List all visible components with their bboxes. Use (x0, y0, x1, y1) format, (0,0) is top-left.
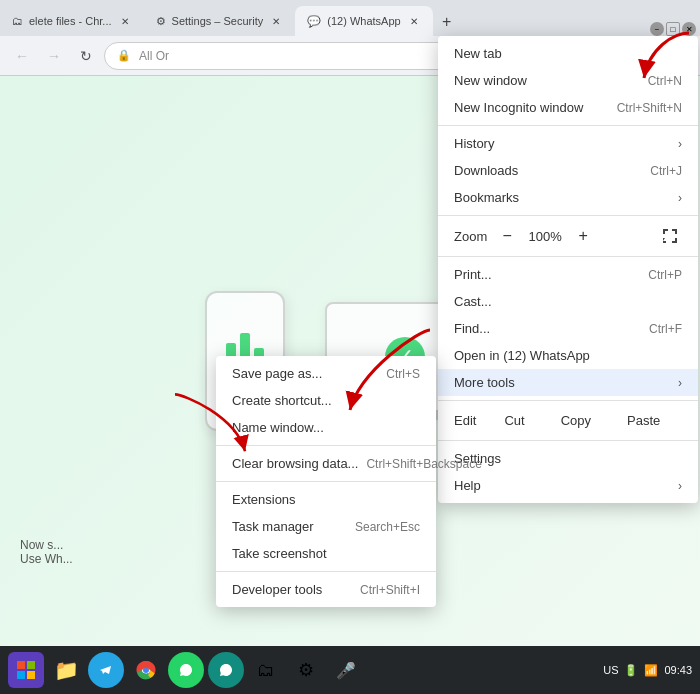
edit-row: Edit Cut Copy Paste (438, 405, 698, 436)
tab-3-favicon: 💬 (307, 15, 321, 28)
print-item[interactable]: Print... Ctrl+P (438, 261, 698, 288)
create-shortcut-item[interactable]: Create shortcut... (216, 387, 436, 414)
page-text-line1: Now s... (20, 538, 73, 552)
task-manager-label: Task manager (232, 519, 314, 534)
tab-1-close[interactable]: ✕ (118, 14, 132, 28)
developer-tools-item[interactable]: Developer tools Ctrl+Shift+I (216, 576, 436, 603)
find-shortcut: Ctrl+F (649, 322, 682, 336)
find-item[interactable]: Find... Ctrl+F (438, 315, 698, 342)
tab-3-label: (12) WhatsApp (327, 15, 400, 27)
main-divider-2 (438, 215, 698, 216)
taskbar-mic[interactable]: 🎤 (328, 652, 364, 688)
tab-3-close[interactable]: ✕ (407, 14, 421, 28)
window-close[interactable]: ✕ (682, 22, 696, 36)
new-window-label: New window (454, 73, 527, 88)
zoom-plus[interactable]: + (571, 224, 595, 248)
window-minimize[interactable]: − (650, 22, 664, 36)
taskbar-telegram[interactable] (88, 652, 124, 688)
taskbar-files[interactable]: 🗂 (248, 652, 284, 688)
help-arrow: › (678, 479, 682, 493)
taskbar-locale: US (603, 664, 618, 676)
find-label: Find... (454, 321, 490, 336)
main-divider-1 (438, 125, 698, 126)
tab-2-label: Settings – Security (172, 15, 264, 27)
clear-browsing-label: Clear browsing data... (232, 456, 358, 471)
taskbar-battery: 🔋 (624, 664, 638, 677)
main-divider-3 (438, 256, 698, 257)
svg-rect-12 (17, 671, 25, 679)
window-maximize[interactable]: □ (666, 22, 680, 36)
task-manager-shortcut: Search+Esc (355, 520, 420, 534)
taskbar-right: US 🔋 📶 09:43 (603, 664, 692, 677)
main-menu: New tab New window Ctrl+N New Incognito … (438, 36, 698, 503)
new-window-item[interactable]: New window Ctrl+N (438, 67, 698, 94)
open-whatsapp-label: Open in (12) WhatsApp (454, 348, 590, 363)
taskbar-microsoft[interactable] (8, 652, 44, 688)
downloads-label: Downloads (454, 163, 518, 178)
zoom-minus[interactable]: − (495, 224, 519, 248)
tab-2-favicon: ⚙ (156, 15, 166, 28)
zoom-label: Zoom (454, 229, 487, 244)
history-arrow: › (678, 137, 682, 151)
open-whatsapp-item[interactable]: Open in (12) WhatsApp (438, 342, 698, 369)
save-page-item[interactable]: Save page as... Ctrl+S (216, 360, 436, 387)
take-screenshot-item[interactable]: Take screenshot (216, 540, 436, 567)
forward-button[interactable]: → (40, 42, 68, 70)
copy-button[interactable]: Copy (545, 409, 607, 432)
sub-divider-1 (216, 445, 436, 446)
name-window-item[interactable]: Name window... (216, 414, 436, 441)
new-incognito-item[interactable]: New Incognito window Ctrl+Shift+N (438, 94, 698, 121)
tab-1[interactable]: 🗂 elete files - Chr... ✕ (0, 6, 144, 36)
zoom-row: Zoom − 100% + (438, 220, 698, 252)
tab-bar: 🗂 elete files - Chr... ✕ ⚙ Settings – Se… (0, 0, 700, 36)
main-divider-4 (438, 400, 698, 401)
svg-rect-13 (27, 671, 35, 679)
taskbar-folder[interactable]: 📁 (48, 652, 84, 688)
create-shortcut-label: Create shortcut... (232, 393, 332, 408)
clear-browsing-item[interactable]: Clear browsing data... Ctrl+Shift+Backsp… (216, 450, 436, 477)
taskbar-time: 09:43 (664, 664, 692, 676)
sub-menu: Save page as... Ctrl+S Create shortcut..… (216, 356, 436, 607)
tab-2-close[interactable]: ✕ (269, 14, 283, 28)
svg-rect-10 (17, 661, 25, 669)
new-tab-item-label: New tab (454, 46, 502, 61)
paste-button[interactable]: Paste (611, 409, 676, 432)
more-tools-item[interactable]: More tools › (438, 369, 698, 396)
page-bottom-text: Now s... Use Wh... (20, 538, 73, 566)
developer-tools-shortcut: Ctrl+Shift+I (360, 583, 420, 597)
taskbar-whatsapp-2[interactable] (208, 652, 244, 688)
main-divider-5 (438, 440, 698, 441)
developer-tools-label: Developer tools (232, 582, 322, 597)
new-tab-item[interactable]: New tab (438, 40, 698, 67)
history-label: History (454, 136, 494, 151)
new-window-shortcut: Ctrl+N (648, 74, 682, 88)
bookmarks-item[interactable]: Bookmarks › (438, 184, 698, 211)
cast-item[interactable]: Cast... (438, 288, 698, 315)
taskbar-whatsapp-1[interactable] (168, 652, 204, 688)
history-item[interactable]: History › (438, 130, 698, 157)
task-manager-item[interactable]: Task manager Search+Esc (216, 513, 436, 540)
back-button[interactable]: ← (8, 42, 36, 70)
zoom-fullscreen[interactable] (658, 224, 682, 248)
bookmarks-label: Bookmarks (454, 190, 519, 205)
extensions-item[interactable]: Extensions (216, 486, 436, 513)
new-tab-button[interactable]: + (433, 8, 461, 36)
taskbar-settings[interactable]: ⚙ (288, 652, 324, 688)
save-page-shortcut: Ctrl+S (386, 367, 420, 381)
cast-label: Cast... (454, 294, 492, 309)
tab-2[interactable]: ⚙ Settings – Security ✕ (144, 6, 296, 36)
bookmarks-arrow: › (678, 191, 682, 205)
more-tools-label: More tools (454, 375, 515, 390)
taskbar-chrome[interactable] (128, 652, 164, 688)
reload-button[interactable]: ↻ (72, 42, 100, 70)
sub-divider-2 (216, 481, 436, 482)
save-page-label: Save page as... (232, 366, 322, 381)
clear-browsing-shortcut: Ctrl+Shift+Backspace (366, 457, 481, 471)
help-item[interactable]: Help › (438, 472, 698, 499)
downloads-item[interactable]: Downloads Ctrl+J (438, 157, 698, 184)
cut-button[interactable]: Cut (488, 409, 540, 432)
extensions-label: Extensions (232, 492, 296, 507)
print-shortcut: Ctrl+P (648, 268, 682, 282)
tab-3[interactable]: 💬 (12) WhatsApp ✕ (295, 6, 432, 36)
tab-1-favicon: 🗂 (12, 15, 23, 27)
